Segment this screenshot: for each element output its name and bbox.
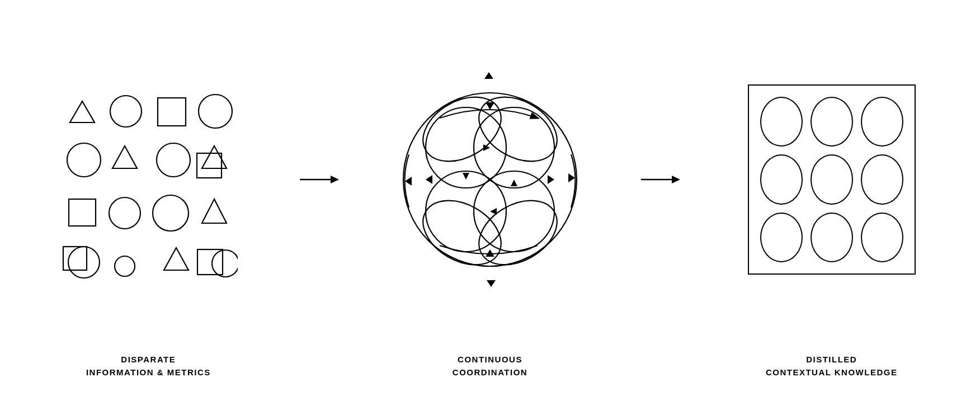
- svg-marker-39: [463, 173, 469, 180]
- svg-marker-12: [202, 199, 227, 223]
- distilled-circle-8: [811, 213, 853, 262]
- svg-point-18: [212, 250, 238, 277]
- svg-point-13: [68, 247, 100, 278]
- arrow-1: [297, 171, 342, 244]
- arrow-svg-2: [641, 171, 680, 188]
- svg-marker-30: [484, 72, 493, 79]
- svg-marker-20: [331, 176, 339, 183]
- svg-marker-35: [426, 175, 432, 184]
- distilled-circle-9: [861, 213, 903, 262]
- shapes-container: [59, 73, 238, 286]
- coordination-diagram: [395, 11, 585, 348]
- distilled-circle-6: [861, 154, 903, 204]
- distilled-diagram: [748, 11, 916, 348]
- svg-marker-16: [164, 248, 189, 270]
- svg-rect-9: [69, 199, 96, 226]
- svg-marker-31: [568, 173, 575, 182]
- main-container: DISPARATE INFORMATION & METRICS: [0, 0, 980, 415]
- svg-point-10: [109, 197, 140, 229]
- distilled-circle-4: [760, 154, 803, 204]
- coordination-svg: [395, 68, 585, 291]
- distilled-circle-2: [811, 97, 853, 147]
- svg-point-1: [110, 96, 142, 127]
- distilled-label-area: DISTILLED CONTEXTUAL KNOWLEDGE: [766, 348, 898, 404]
- svg-marker-33: [405, 177, 412, 186]
- panel-coordination: CONTINUOUS COORDINATION: [342, 0, 639, 415]
- svg-marker-0: [70, 101, 95, 122]
- svg-point-11: [153, 195, 189, 231]
- distilled-label: DISTILLED CONTEXTUAL KNOWLEDGE: [766, 353, 898, 379]
- svg-marker-40: [511, 180, 517, 186]
- svg-marker-43: [672, 176, 680, 183]
- svg-marker-34: [486, 102, 494, 110]
- disparate-diagram: [59, 11, 238, 348]
- svg-rect-8: [197, 153, 222, 178]
- distilled-circle-5: [811, 154, 853, 204]
- svg-marker-36: [548, 175, 554, 184]
- svg-marker-41: [490, 208, 497, 215]
- disparate-svg: [59, 73, 238, 286]
- coordination-label-area: CONTINUOUS COORDINATION: [453, 348, 527, 404]
- distilled-circle-3: [861, 97, 903, 147]
- panel-distilled: DISTILLED CONTEXTUAL KNOWLEDGE: [683, 0, 980, 415]
- svg-point-4: [67, 143, 101, 177]
- disparate-label-area: DISPARATE INFORMATION & METRICS: [86, 348, 211, 404]
- distilled-box: [748, 84, 916, 275]
- arrow-svg-1: [300, 171, 339, 188]
- distilled-circle-1: [760, 97, 803, 147]
- svg-point-14: [115, 256, 135, 276]
- panel-disparate: DISPARATE INFORMATION & METRICS: [0, 0, 297, 415]
- svg-point-6: [157, 143, 190, 177]
- distilled-circle-7: [760, 213, 803, 262]
- svg-marker-5: [112, 146, 137, 168]
- svg-marker-37: [486, 249, 494, 257]
- svg-marker-7: [202, 146, 227, 168]
- svg-rect-17: [197, 249, 223, 275]
- svg-marker-32: [487, 280, 496, 287]
- arrow-2: [638, 171, 683, 244]
- svg-point-3: [199, 95, 232, 128]
- coordination-label: CONTINUOUS COORDINATION: [453, 353, 527, 379]
- disparate-label: DISPARATE INFORMATION & METRICS: [86, 353, 211, 379]
- svg-rect-2: [158, 98, 186, 126]
